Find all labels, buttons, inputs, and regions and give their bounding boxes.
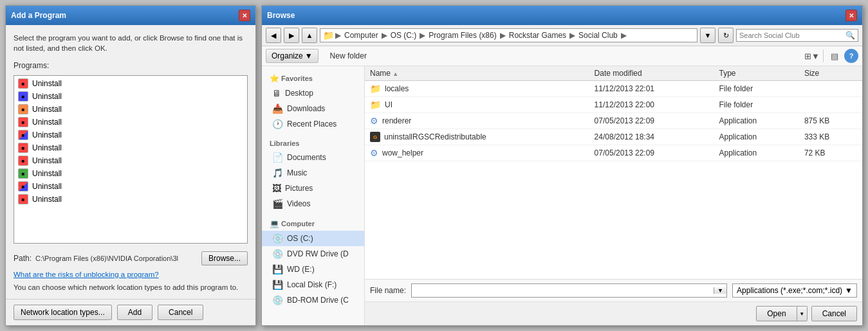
back-button[interactable]: ◀ [266,28,281,43]
file-date-cell: 07/05/2013 22:09 [589,113,714,129]
sidebar-item-documents[interactable]: 📄 Documents [262,150,364,165]
network-location-types-button[interactable]: Network location types... [14,305,112,320]
program-item[interactable]: ■Uninstall [15,77,246,90]
network-description: You can choose which network location ty… [14,283,248,291]
filename-dropdown-button[interactable]: ▼ [714,287,726,294]
filetype-chevron-icon: ▼ [845,286,853,295]
col-date-modified[interactable]: Date modified [589,66,714,81]
browse-close-button[interactable]: ✕ [845,10,857,21]
filename-input[interactable] [412,284,714,297]
up-button[interactable]: ▲ [302,28,317,43]
add-program-close-button[interactable]: ✕ [239,10,250,21]
filename-input-wrapper[interactable]: ▼ [411,283,727,298]
crumb-programfiles[interactable]: Program Files (x86) [427,30,498,40]
address-path[interactable]: 📁 ▶ Computer ▶ OS (C:) ▶ Program Files (… [320,28,697,42]
programs-listbox[interactable]: ■Uninstall■Uninstall■Uninstall■Uninstall… [14,75,248,244]
file-name-text: locales [385,84,409,93]
sidebar-item-desktop[interactable]: 🖥 Desktop [262,85,364,101]
file-type-cell: Application [714,129,799,145]
program-item[interactable]: ■Uninstall [15,90,246,103]
col-type[interactable]: Type [714,66,799,81]
table-row[interactable]: 📁UI11/12/2013 22:00File folder [365,97,862,113]
dvd-icon: 💿 [272,249,283,259]
add-program-body: Select the program you want to add, or c… [6,25,255,299]
filetype-select[interactable]: Applications (*.exe;*.com;*.icd) ▼ [732,283,857,298]
favorites-header[interactable]: ⭐ Favorites [262,71,364,85]
browse-button[interactable]: Browse... [201,251,248,265]
new-folder-button[interactable]: New folder [324,49,373,62]
browse-main: ⭐ Favorites 🖥 Desktop 📥 Downloads 🕐 Rece… [262,66,862,325]
sidebar-item-local-f[interactable]: 💾 Local Disk (F:) [262,277,364,292]
computer-header[interactable]: 💻 Computer [262,217,364,231]
sidebar-item-c-drive[interactable]: 💿 OS (C:) [262,231,364,246]
crumb-computer[interactable]: Computer [342,30,380,40]
wd-icon: 💾 [272,264,283,274]
file-type-cell: File folder [714,81,799,97]
crumb-rockstar[interactable]: Rockstar Games [507,30,568,40]
program-icon: ■ [18,156,28,166]
organize-button[interactable]: Organize ▼ [266,49,319,63]
table-header-row: Name ▲ Date modified Type Size [365,66,862,81]
table-row[interactable]: ⚙wow_helper07/05/2013 22:09Application72… [365,145,862,161]
program-label: Uninstall [32,118,62,127]
program-label: Uninstall [32,195,62,204]
program-item[interactable]: ■Uninstall [15,103,246,116]
sidebar-item-wd[interactable]: 💾 WD (E:) [262,262,364,277]
sidebar-item-music[interactable]: 🎵 Music [262,165,364,181]
search-box[interactable]: 🔍 [736,29,858,42]
file-name-cell: 📁UI [365,97,589,113]
view-options-button[interactable]: ⊞▼ [805,49,819,63]
add-button[interactable]: Add [117,305,152,320]
sidebar-item-downloads[interactable]: 📥 Downloads [262,101,364,116]
add-program-dialog: Add a Program ✕ Select the program you w… [5,5,256,326]
table-row[interactable]: ⚙renderer07/05/2013 22:09Application875 … [365,113,862,129]
program-item[interactable]: ■Uninstall [15,129,246,141]
add-program-description: Select the program you want to add, or c… [14,33,248,53]
program-icon: ■ [18,181,28,192]
desktop-icon: 🖥 [272,88,281,98]
sidebar-item-dvd[interactable]: 💿 DVD RW Drive (D [262,246,364,262]
program-icon: ■ [18,117,28,127]
folder-icon: 📁 [370,84,381,94]
action-bar: Open ▼ Cancel [365,301,862,325]
sidebar-item-label: BD-ROM Drive (C [287,296,349,305]
sidebar-item-bdrom[interactable]: 💿 BD-ROM Drive (C [262,292,364,308]
col-size[interactable]: Size [799,66,862,81]
forward-button[interactable]: ▶ [284,28,299,43]
program-item[interactable]: ■Uninstall [15,167,246,180]
open-button[interactable]: Open [756,306,797,321]
program-icon: ■ [18,168,28,179]
program-item[interactable]: ■Uninstall [15,193,246,206]
help-button[interactable]: ? [844,49,858,63]
file-table[interactable]: Name ▲ Date modified Type Size 📁locales1… [365,66,862,279]
sidebar-item-videos[interactable]: 🎬 Videos [262,196,364,211]
sidebar-item-recent-places[interactable]: 🕐 Recent Places [262,116,364,132]
table-row[interactable]: GuninstallRGSCRedistributable24/08/2012 … [365,129,862,145]
documents-icon: 📄 [272,152,283,163]
add-program-cancel-button[interactable]: Cancel [158,305,203,320]
risks-link[interactable]: What are the risks of unblocking a progr… [14,271,248,278]
table-row[interactable]: 📁locales11/12/2013 22:01File folder [365,81,862,97]
browse-cancel-button[interactable]: Cancel [811,306,857,321]
address-dropdown-button[interactable]: ▼ [700,28,716,43]
program-item[interactable]: ■Uninstall [15,154,246,167]
sidebar-item-pictures[interactable]: 🖼 Pictures [262,181,364,196]
program-icon: ■ [18,91,28,102]
libraries-header[interactable]: Libraries [262,137,364,150]
file-name-cell: 📁locales [365,81,589,97]
refresh-button[interactable]: ↻ [718,28,734,43]
search-input[interactable] [739,31,845,39]
col-name[interactable]: Name ▲ [365,66,589,81]
gsc-icon: G [370,132,380,142]
program-item[interactable]: ■Uninstall [15,141,246,154]
program-item[interactable]: ■Uninstall [15,180,246,193]
favorites-star-icon: ⭐ [270,74,279,83]
open-dropdown-button[interactable]: ▼ [797,306,808,321]
crumb-c[interactable]: OS (C:) [389,30,419,40]
programs-list: ■Uninstall■Uninstall■Uninstall■Uninstall… [14,76,247,207]
program-item[interactable]: ■Uninstall [15,116,246,129]
preview-pane-button[interactable]: ▤ [827,49,842,63]
toolbar-right: ⊞▼ ▤ ? [805,49,858,63]
file-table-body: 📁locales11/12/2013 22:01File folder📁UI11… [365,81,862,161]
crumb-socialclub[interactable]: Social Club [577,30,620,40]
